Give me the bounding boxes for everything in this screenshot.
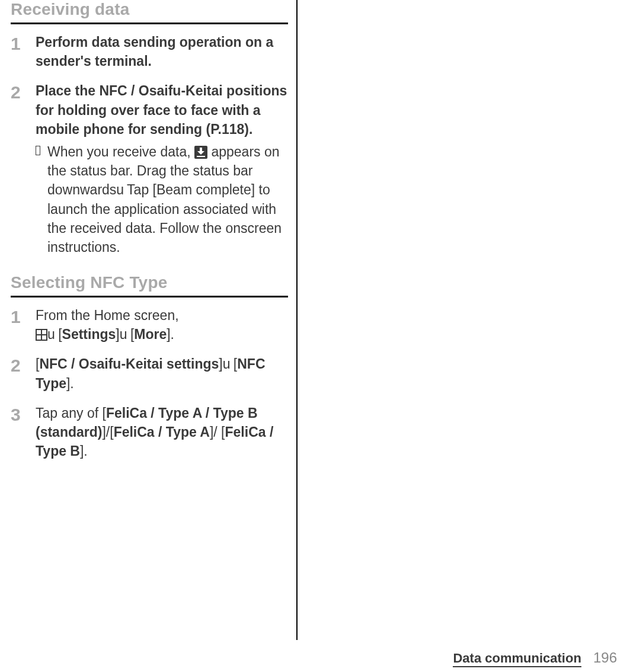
bracket: ]. [80,443,88,459]
step-body: Place the NFC / Osaifu-Keitai positions … [36,81,288,257]
page-footer: Data communication 196 [453,649,617,666]
separator-u: u [47,327,55,342]
separator-u: u [116,182,123,197]
step-body: Tap any of [FeliCa / Type A / Type B (st… [36,404,288,461]
bracket: [ [127,327,135,342]
apps-grid-icon [36,329,47,341]
step-number: 3 [11,404,36,461]
step-number: 2 [11,81,36,257]
column-divider [296,0,298,640]
heading-rule [11,296,288,297]
step-body: [NFC / Osaifu-Keitai settings]u [NFC Typ… [36,354,288,392]
settings-label: Settings [62,327,116,342]
section-heading-nfc: Selecting NFC Type [11,273,288,292]
step-text: Perform data sending operation on a send… [36,34,273,69]
bracket: ]/ [ [210,424,225,440]
step-text: Place the NFC / Osaifu-Keitai positions … [36,83,287,136]
download-icon [194,146,207,159]
bracket: ]. [167,327,174,342]
step-body: Perform data sending operation on a send… [36,33,288,71]
step-number: 1 [11,306,36,344]
section-heading-receiving: Receiving data [11,0,288,19]
section-nfc-type: Selecting NFC Type 1 From the Home scree… [11,273,288,460]
bracket: ]. [66,376,74,391]
two-column-layout: Receiving data 1 Perform data sending op… [0,0,630,640]
step-body: From the Home screen, u [Settings]u [Mor… [36,306,288,344]
footer-section-label: Data communication [453,651,581,667]
left-column: Receiving data 1 Perform data sending op… [0,0,296,640]
right-column [303,0,630,640]
manual-page: Receiving data 1 Perform data sending op… [0,0,630,672]
step-number: 2 [11,354,36,392]
step-1-2: 2 Place the NFC / Osaifu-Keitai position… [11,81,288,257]
bracket: [ [229,356,237,372]
note-text-before: When you receive data, [47,144,194,159]
option-2: FeliCa / Type A [114,424,210,440]
note-bullet-icon [36,146,40,155]
separator-u: u [120,327,127,342]
more-label: More [134,327,167,342]
nfc-settings-label: NFC / Osaifu-Keitai settings [39,356,219,372]
heading-rule [11,23,288,24]
step-1-1: 1 Perform data sending operation on a se… [11,33,288,71]
step-2-1: 1 From the Home screen, u [Settings]u [M… [11,306,288,344]
text-pre: From the Home screen, [36,308,179,323]
step-number: 1 [11,33,36,71]
text-pre: Tap any of [ [36,405,106,421]
separator-u: u [223,356,230,372]
step-2-2: 2 [NFC / Osaifu-Keitai settings]u [NFC T… [11,354,288,392]
bracket: [ [55,327,62,342]
page-number: 196 [593,649,617,665]
step-2-3: 3 Tap any of [FeliCa / Type A / Type B (… [11,404,288,461]
bracket: ]/[ [102,424,113,440]
step-note: When you receive data, appears on the st… [36,142,288,257]
